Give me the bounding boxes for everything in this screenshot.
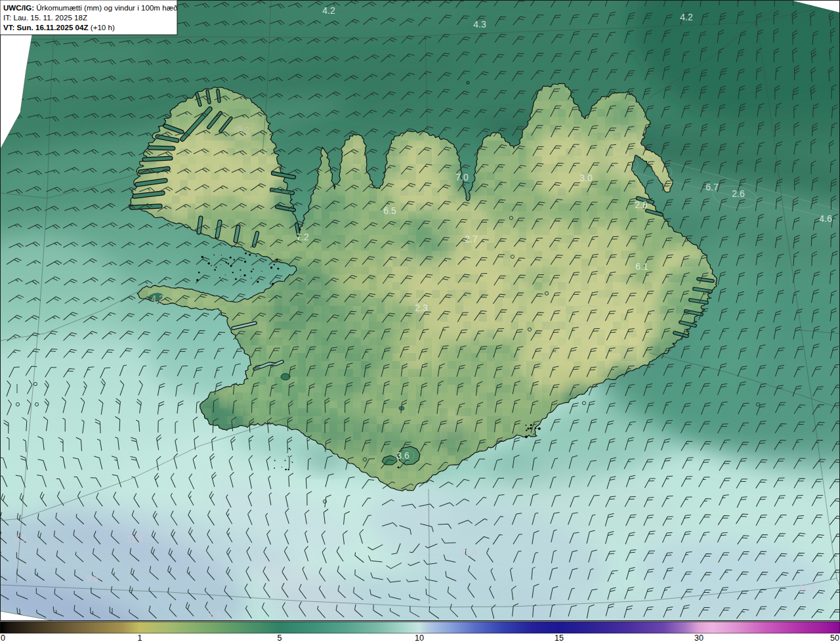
svg-text:2.7: 2.7 <box>465 234 478 244</box>
svg-text:2.3: 2.3 <box>415 303 428 313</box>
svg-text:9.6: 9.6 <box>85 573 98 584</box>
svg-text:0: 0 <box>1 633 5 642</box>
svg-text:9.9: 9.9 <box>207 609 220 619</box>
svg-text:4.6: 4.6 <box>819 213 832 224</box>
svg-text:5: 5 <box>278 633 282 642</box>
svg-text:4.2: 4.2 <box>680 12 693 22</box>
svg-text:2.6: 2.6 <box>732 188 745 199</box>
svg-text:2.8: 2.8 <box>635 200 648 210</box>
svg-text:UWC/IG: Úrkomumætti (mm) og vi: UWC/IG: Úrkomumætti (mm) og vindur i 100… <box>3 3 178 12</box>
svg-text:IT: Lau. 15. 11. 2025 18Z: IT: Lau. 15. 11. 2025 18Z <box>3 13 87 22</box>
svg-text:VT: Sun. 16.11.2025 04Z (+10 h: VT: Sun. 16.11.2025 04Z (+10 h) <box>3 23 115 32</box>
svg-text:7.2: 7.2 <box>296 232 309 242</box>
svg-text:6.5: 6.5 <box>383 205 396 216</box>
svg-text:15: 15 <box>555 633 564 642</box>
svg-text:4.3: 4.3 <box>473 19 486 30</box>
svg-text:50: 50 <box>830 633 839 642</box>
svg-text:3.6: 3.6 <box>396 450 410 461</box>
svg-text:4.2: 4.2 <box>322 5 335 16</box>
svg-text:11.2: 11.2 <box>799 583 816 593</box>
svg-text:6.7: 6.7 <box>705 182 719 192</box>
svg-text:30: 30 <box>694 633 704 642</box>
svg-text:11.6: 11.6 <box>126 534 143 544</box>
svg-text:9.9: 9.9 <box>13 533 26 544</box>
svg-text:10: 10 <box>415 633 424 642</box>
svg-text:11.6: 11.6 <box>460 547 477 558</box>
svg-text:7.0: 7.0 <box>455 172 469 182</box>
svg-text:3.0: 3.0 <box>579 173 593 183</box>
svg-text:4.2: 4.2 <box>151 293 164 304</box>
svg-text:1: 1 <box>138 633 142 642</box>
svg-text:3.2: 3.2 <box>237 125 250 135</box>
svg-text:6.1: 6.1 <box>635 261 648 272</box>
